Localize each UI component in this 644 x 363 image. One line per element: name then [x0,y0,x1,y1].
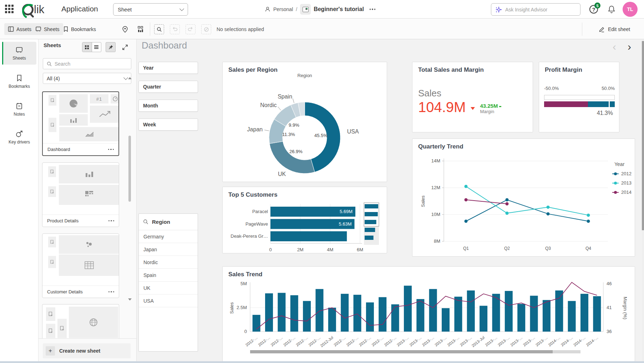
sheet-card-menu-icon[interactable] [108,291,115,293]
region-item-germany[interactable]: Germany [139,230,198,243]
list-view-button[interactable] [92,42,101,52]
clear-selections-button[interactable] [201,24,211,34]
redo-selection-button[interactable] [186,24,196,34]
expand-panel-button[interactable] [120,42,130,52]
data-point[interactable] [465,185,468,188]
undo-selection-button[interactable] [170,24,180,34]
region-item-uk[interactable]: UK [139,282,198,294]
sheets-scrollbar[interactable] [128,136,131,202]
prev-sheet-icon[interactable]: ‹ [613,41,616,52]
sheet-card-menu-icon[interactable] [108,220,115,222]
sheet-card-menu-icon[interactable] [108,149,114,150]
filter-pane-week[interactable]: Week [138,119,198,131]
sheet-card-customer-details[interactable]: Customer Details [42,233,119,298]
bar[interactable] [328,308,336,332]
bar[interactable] [404,286,412,332]
sheet-card-dashboard[interactable]: #1 Dashboard [42,91,119,156]
chart-scrollbar[interactable] [250,350,553,353]
legend-label-2014[interactable]: 2014 [621,190,632,195]
region-item-spain[interactable]: Spain [139,269,198,282]
bar[interactable] [429,289,437,332]
sheet-filter-dropdown[interactable]: All (4) [43,73,131,84]
bar[interactable] [568,301,576,332]
bar[interactable] [543,300,551,332]
region-item-japan[interactable]: Japan [139,243,198,256]
legend-label-2013[interactable]: 2013 [621,180,632,186]
sheet-card-partial[interactable] [42,304,119,338]
insight-advisor-search[interactable] [491,3,580,16]
rail-item-notes[interactable]: Notes [2,98,36,121]
region-item-nordic[interactable]: Nordic [139,256,198,269]
rail-item-bookmarks[interactable]: Bookmarks [2,70,36,93]
insights-pin-button[interactable] [120,24,130,34]
donut-slice-UK[interactable] [269,141,315,173]
bar[interactable] [366,302,374,332]
bar[interactable] [354,295,361,332]
data-point[interactable] [506,212,509,215]
bar[interactable] [454,297,462,332]
bar[interactable] [530,296,538,332]
bar[interactable] [265,293,273,332]
next-sheet-icon[interactable]: › [628,41,631,52]
bar[interactable] [391,304,399,332]
insight-advisor-input[interactable] [505,7,569,12]
bar[interactable] [517,304,525,332]
page-horizontal-scrollbar[interactable] [0,361,644,363]
view-select-dropdown[interactable]: Sheet [113,3,188,16]
filter-pane-quarter[interactable]: Quarter [138,81,198,93]
sheet-search-field[interactable] [43,58,131,69]
qlik-logo[interactable]: lik [22,2,44,17]
app-menu-icon[interactable] [370,9,376,10]
data-point[interactable] [506,198,509,201]
rail-item-sheets[interactable]: Sheets [2,42,36,65]
bar[interactable] [416,299,424,332]
bar[interactable] [290,295,298,332]
sheets-button[interactable]: Sheets [32,23,63,35]
filter-pane-year[interactable]: Year [138,62,198,74]
grid-view-button[interactable] [82,42,92,52]
bar[interactable] [442,308,450,332]
app-title[interactable]: Beginner's tutorial [314,6,364,12]
data-point[interactable] [465,220,468,223]
data-point[interactable] [506,202,509,206]
data-point[interactable] [587,220,590,223]
scroll-down-icon[interactable] [128,298,132,301]
chart-suggestions-button[interactable] [136,24,146,34]
bar[interactable] [270,231,347,241]
space-name[interactable]: Personal [273,6,293,12]
app-launcher-icon[interactable] [5,5,14,14]
bar[interactable] [303,301,311,332]
region-listbox-header[interactable]: Region [139,214,198,230]
notifications-button[interactable] [608,5,615,15]
bar[interactable] [593,296,601,332]
help-button[interactable]: ? 5 [589,5,599,14]
bar[interactable] [379,297,386,332]
bar[interactable] [580,294,588,332]
sheet-search-input[interactable] [55,61,119,67]
data-point[interactable] [587,213,590,217]
scroll-up-icon[interactable] [128,77,132,79]
app-icon[interactable] [300,4,311,15]
edit-sheet-button[interactable]: Edit sheet [599,24,630,34]
bar[interactable] [341,294,349,332]
rail-item-key-drivers[interactable]: Key drivers [2,126,36,148]
bar[interactable] [278,293,285,332]
data-point[interactable] [465,198,468,201]
bar[interactable] [505,291,513,332]
bar[interactable] [467,291,475,332]
avatar[interactable]: TL [623,2,638,17]
pin-panel-button[interactable] [106,42,116,52]
bar[interactable] [480,306,487,332]
data-point[interactable] [547,212,550,216]
create-new-sheet-button[interactable]: + Create new sheet [43,343,131,358]
sheet-card-product-details[interactable]: Product Details [42,162,119,227]
assets-button[interactable]: Assets [4,23,35,35]
page-vertical-scrollbar[interactable] [642,39,644,363]
filter-pane-month[interactable]: Month [138,100,198,112]
region-item-usa[interactable]: USA [139,294,198,307]
bar[interactable] [555,291,563,332]
data-point[interactable] [547,206,550,209]
smart-search-button[interactable] [154,24,164,34]
bookmarks-button[interactable]: Bookmarks [60,23,100,35]
legend-label-2012[interactable]: 2012 [621,171,632,176]
